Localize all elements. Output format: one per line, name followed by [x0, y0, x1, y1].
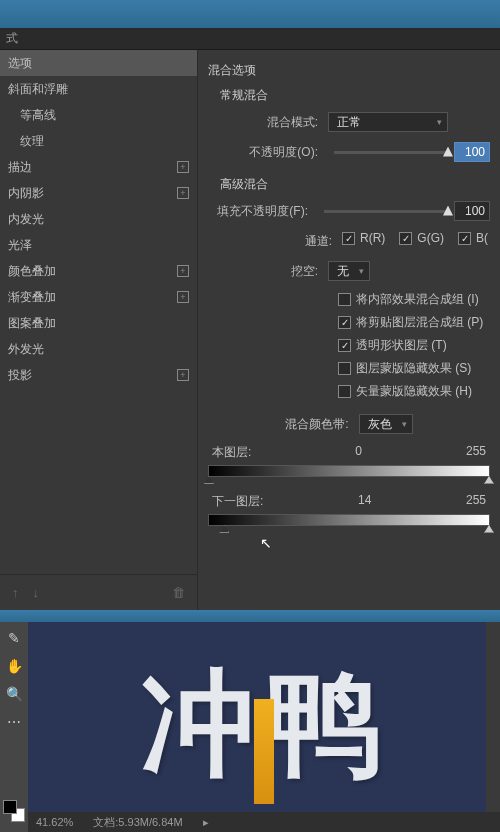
style-item[interactable]: 等高线: [0, 102, 197, 128]
style-item[interactable]: 描边+: [0, 154, 197, 180]
style-item-label: 投影: [8, 367, 32, 384]
style-item[interactable]: 内发光: [0, 206, 197, 232]
normal-blend-title: 常规混合: [220, 87, 490, 104]
channel-b-label: B(: [476, 231, 488, 245]
dialog-border: [0, 610, 500, 622]
opacity-input[interactable]: 100: [454, 142, 490, 162]
fill-opacity-label: 填充不透明度(F):: [208, 203, 318, 220]
style-item-label: 渐变叠加: [8, 289, 56, 306]
canvas-text: 冲鸭: [28, 647, 500, 812]
text-char-2: 鸭: [266, 659, 387, 787]
style-item-label: 外发光: [8, 341, 44, 358]
move-down-icon[interactable]: ↓: [33, 585, 40, 600]
style-item-label: 选项: [8, 55, 32, 72]
fill-opacity-slider[interactable]: [324, 210, 448, 213]
channel-label: 通道:: [305, 233, 332, 250]
window-titlebar: [0, 0, 500, 28]
cb-transparency-label: 透明形状图层 (T): [356, 337, 447, 354]
style-item-label: 内阴影: [8, 185, 44, 202]
add-effect-icon[interactable]: +: [177, 187, 189, 199]
blend-if-dropdown[interactable]: 灰色: [359, 414, 413, 434]
style-item-label: 光泽: [8, 237, 32, 254]
under-layer-high: 255: [466, 493, 486, 510]
channel-r-checkbox[interactable]: [342, 232, 355, 245]
style-item-label: 描边: [8, 159, 32, 176]
add-effect-icon[interactable]: +: [177, 291, 189, 303]
advanced-blend-title: 高级混合: [220, 176, 490, 193]
style-item[interactable]: 光泽: [0, 232, 197, 258]
style-item[interactable]: 纹理: [0, 128, 197, 154]
style-item[interactable]: 投影+: [0, 362, 197, 388]
tool-panel: ✎ ✋ 🔍 ⋯: [0, 622, 28, 832]
opacity-slider[interactable]: [334, 151, 448, 154]
style-item-label: 纹理: [20, 133, 44, 150]
edit-toolbar-icon[interactable]: ⋯: [4, 712, 24, 732]
style-item[interactable]: 颜色叠加+: [0, 258, 197, 284]
add-effect-icon[interactable]: +: [177, 161, 189, 173]
style-item[interactable]: 渐变叠加+: [0, 284, 197, 310]
dialog-title: 式: [0, 28, 500, 50]
cb-transparency[interactable]: [338, 339, 351, 352]
channel-b-checkbox[interactable]: [458, 232, 471, 245]
blend-if-label: 混合颜色带:: [285, 416, 348, 433]
info-chevron-icon[interactable]: ▸: [203, 816, 209, 829]
style-item-label: 等高线: [20, 107, 56, 124]
options-panel: 混合选项 常规混合 混合模式: 正常 不透明度(O): 100 高级混合 填充不…: [198, 50, 500, 610]
cb-vector-mask[interactable]: [338, 385, 351, 398]
panel-title: 混合选项: [208, 62, 490, 79]
blend-mode-dropdown[interactable]: 正常: [328, 112, 448, 132]
style-item[interactable]: 选项: [0, 50, 197, 76]
this-layer-label: 本图层:: [212, 444, 251, 461]
this-layer-gradient[interactable]: [208, 465, 490, 477]
document-size: 文档:5.93M/6.84M: [93, 815, 182, 830]
status-bar: 41.62% 文档:5.93M/6.84M ▸: [28, 812, 500, 832]
under-layer-label: 下一图层:: [212, 493, 263, 510]
style-list: 选项斜面和浮雕等高线纹理描边+内阴影+内发光光泽颜色叠加+渐变叠加+图案叠加外发…: [0, 50, 197, 574]
knockout-dropdown[interactable]: 无: [328, 261, 370, 281]
eyedropper-tool-icon[interactable]: ✎: [4, 628, 24, 648]
this-layer-low: 0: [355, 444, 362, 461]
trash-icon[interactable]: 🗑: [172, 585, 185, 600]
style-item-label: 内发光: [8, 211, 44, 228]
style-item[interactable]: 斜面和浮雕: [0, 76, 197, 102]
opacity-label: 不透明度(O):: [208, 144, 328, 161]
move-up-icon[interactable]: ↑: [12, 585, 19, 600]
cb-layer-mask-label: 图层蒙版隐藏效果 (S): [356, 360, 471, 377]
cb-vector-mask-label: 矢量蒙版隐藏效果 (H): [356, 383, 472, 400]
cb-clip-layers-label: 将剪贴图层混合成组 (P): [356, 314, 483, 331]
style-item-label: 图案叠加: [8, 315, 56, 332]
blend-mode-label: 混合模式:: [208, 114, 328, 131]
cb-clip-layers[interactable]: [338, 316, 351, 329]
styles-footer: ↑ ↓ 🗑: [0, 574, 197, 610]
cb-inner-effects-label: 将内部效果混合成组 (I): [356, 291, 479, 308]
fill-opacity-input[interactable]: 100: [454, 201, 490, 221]
canvas[interactable]: 冲鸭 41.62% 文档:5.93M/6.84M ▸: [28, 622, 500, 832]
channel-g-checkbox[interactable]: [399, 232, 412, 245]
style-item[interactable]: 图案叠加: [0, 310, 197, 336]
cb-inner-effects[interactable]: [338, 293, 351, 306]
under-layer-gradient[interactable]: [208, 514, 490, 526]
this-layer-high: 255: [466, 444, 486, 461]
text-char-1: 冲: [141, 659, 262, 787]
knockout-label: 挖空:: [208, 263, 328, 280]
foreground-color-swatch[interactable]: [3, 800, 17, 814]
workspace: ✎ ✋ 🔍 ⋯ 冲鸭 41.62% 文档:5.93M/6.84M ▸: [0, 622, 500, 832]
style-item[interactable]: 内阴影+: [0, 180, 197, 206]
color-picker[interactable]: [3, 800, 25, 822]
add-effect-icon[interactable]: +: [177, 369, 189, 381]
layer-style-dialog: 选项斜面和浮雕等高线纹理描边+内阴影+内发光光泽颜色叠加+渐变叠加+图案叠加外发…: [0, 50, 500, 610]
add-effect-icon[interactable]: +: [177, 265, 189, 277]
vertical-scrollbar[interactable]: [486, 622, 500, 812]
style-item[interactable]: 外发光: [0, 336, 197, 362]
style-item-label: 颜色叠加: [8, 263, 56, 280]
channel-g-label: G(G): [417, 231, 444, 245]
style-item-label: 斜面和浮雕: [8, 81, 68, 98]
cb-layer-mask[interactable]: [338, 362, 351, 375]
under-layer-low: 14: [358, 493, 371, 510]
styles-list-panel: 选项斜面和浮雕等高线纹理描边+内阴影+内发光光泽颜色叠加+渐变叠加+图案叠加外发…: [0, 50, 198, 610]
yellow-stripe: [254, 699, 274, 804]
hand-tool-icon[interactable]: ✋: [4, 656, 24, 676]
zoom-level[interactable]: 41.62%: [36, 816, 73, 828]
zoom-tool-icon[interactable]: 🔍: [4, 684, 24, 704]
channel-r-label: R(R): [360, 231, 385, 245]
